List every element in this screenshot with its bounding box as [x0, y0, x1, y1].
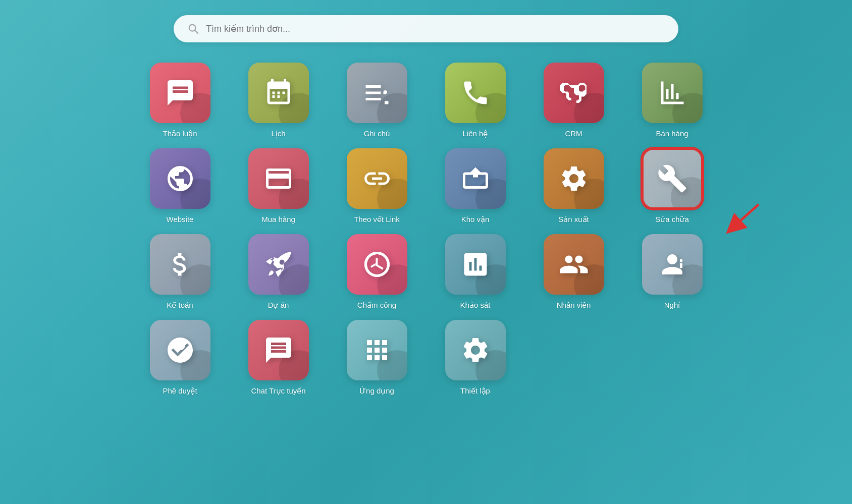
app-icon-nghi: [642, 234, 703, 295]
app-item-ghi-chu[interactable]: Ghi chú: [338, 63, 416, 138]
app-label-website: Website: [167, 215, 194, 223]
svg-line-1: [195, 30, 198, 33]
app-label-ke-toan: Kế toán: [167, 301, 193, 310]
arrow-icon: [723, 199, 764, 240]
app-item-lien-he[interactable]: Liên hệ: [436, 63, 514, 138]
app-icon-ghi-chu: [347, 63, 407, 123]
app-label-lich: Lịch: [271, 129, 285, 138]
app-label-lien-he: Liên hệ: [463, 129, 488, 138]
app-label-san-xuat: Sản xuất: [558, 215, 589, 224]
app-item-thao-luan[interactable]: Thảo luận: [141, 63, 219, 138]
app-item-khao-sat[interactable]: Khảo sát: [436, 234, 514, 310]
app-icon-ke-toan: [150, 234, 210, 295]
app-icon-lich: [248, 63, 309, 123]
app-label-du-an: Dự án: [268, 301, 289, 310]
app-item-ung-dung[interactable]: Ứng dụng: [338, 320, 416, 396]
app-icon-lien-he: [445, 63, 506, 123]
app-label-crm: CRM: [565, 129, 582, 138]
app-icon-khao-sat: [445, 234, 506, 295]
app-label-ghi-chu: Ghi chú: [364, 129, 390, 138]
app-label-sua-chua: Sửa chữa: [655, 215, 689, 224]
arrow-container: [723, 199, 764, 242]
app-icon-website: [150, 148, 210, 209]
app-label-phe-duyet: Phê duyệt: [163, 386, 197, 396]
app-label-cham-cong: Chấm công: [357, 301, 396, 310]
app-label-thiet-lap: Thiết lập: [460, 386, 490, 396]
app-label-thao-luan: Thảo luận: [163, 129, 197, 138]
app-label-chat-truc-tuyen: Chat Trực tuyến: [251, 386, 305, 396]
app-label-kho-van: Kho vận: [461, 215, 490, 224]
app-icon-kho-van: [445, 148, 506, 209]
search-bar-container: [174, 15, 678, 42]
app-item-thiet-lap[interactable]: Thiết lập: [436, 320, 514, 396]
app-item-ban-hang[interactable]: Bán hàng: [633, 63, 711, 138]
app-icon-crm: [544, 63, 604, 123]
app-label-ung-dung: Ứng dụng: [359, 386, 394, 396]
app-item-san-xuat[interactable]: Sản xuất: [535, 148, 613, 224]
app-item-lich[interactable]: Lịch: [239, 63, 317, 138]
app-label-khao-sat: Khảo sát: [460, 301, 491, 310]
app-label-mua-hang: Mua hàng: [261, 215, 295, 223]
app-item-ke-toan[interactable]: Kế toán: [141, 234, 219, 310]
app-label-ban-hang: Bán hàng: [656, 129, 688, 138]
app-label-nhan-vien: Nhân viên: [557, 301, 591, 309]
app-item-chat-truc-tuyen[interactable]: Chat Trực tuyến: [239, 320, 317, 396]
app-item-nghi[interactable]: Nghỉ: [633, 234, 711, 310]
app-item-website[interactable]: Website: [141, 148, 219, 224]
app-icon-du-an: [248, 234, 309, 295]
app-icon-san-xuat: [544, 148, 604, 209]
app-item-nhan-vien[interactable]: Nhân viên: [535, 234, 613, 310]
app-icon-thao-luan: [150, 63, 210, 123]
app-icon-sua-chua: [642, 148, 703, 209]
app-item-phe-duyet[interactable]: Phê duyệt: [141, 320, 219, 396]
svg-line-3: [733, 204, 759, 227]
apps-grid: Thảo luậnLịchGhi chúLiên hệCRMBán hàngWe…: [141, 63, 711, 396]
app-item-kho-van[interactable]: Kho vận: [436, 148, 514, 224]
app-item-du-an[interactable]: Dự án: [239, 234, 317, 310]
search-icon: [188, 23, 199, 34]
app-icon-ban-hang: [642, 63, 703, 123]
app-icon-nhan-vien: [544, 234, 604, 295]
app-item-mua-hang[interactable]: Mua hàng: [239, 148, 317, 224]
app-label-theo-vet-link: Theo vết Link: [354, 215, 400, 224]
app-icon-theo-vet-link: [347, 148, 407, 209]
app-icon-thiet-lap: [445, 320, 506, 380]
app-item-sua-chua[interactable]: Sửa chữa: [633, 148, 711, 224]
search-bar: [174, 15, 678, 42]
app-item-crm[interactable]: CRM: [535, 63, 613, 138]
app-icon-mua-hang: [248, 148, 309, 209]
app-icon-cham-cong: [347, 234, 407, 295]
app-item-theo-vet-link[interactable]: Theo vết Link: [338, 148, 416, 224]
app-label-nghi: Nghỉ: [664, 301, 680, 310]
app-icon-chat-truc-tuyen: [248, 320, 309, 380]
app-icon-ung-dung: [347, 320, 407, 380]
app-icon-phe-duyet: [150, 320, 210, 380]
search-input[interactable]: [206, 24, 664, 34]
app-item-cham-cong[interactable]: Chấm công: [338, 234, 416, 310]
